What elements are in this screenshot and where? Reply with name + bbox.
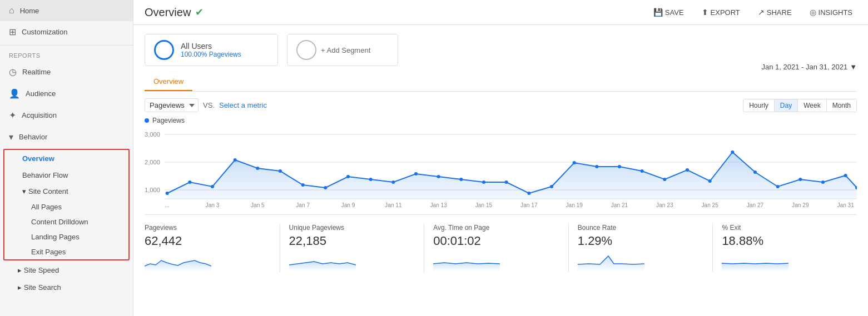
sidebar-item-site-speed[interactable]: ▸ Site Speed xyxy=(0,262,133,279)
metric-dropdown[interactable]: Pageviews xyxy=(145,98,199,112)
sidebar-item-audience[interactable]: 👤 Audience xyxy=(0,83,133,104)
person-icon: 👤 xyxy=(9,88,20,99)
date-range[interactable]: Jan 1, 2021 - Jan 31, 2021 ▼ xyxy=(761,63,857,71)
svg-text:2,000: 2,000 xyxy=(145,159,160,165)
sparkline-bounce xyxy=(578,250,644,270)
sidebar-item-site-content[interactable]: ▾ Site Content xyxy=(4,183,128,199)
reports-section-label: REPORTS xyxy=(0,48,133,61)
sidebar-item-behavior[interactable]: ▾ Behavior xyxy=(0,126,133,148)
tab-overview[interactable]: Overview xyxy=(145,73,192,91)
segment-row: All Users 100.00% Pageviews + Add Segmen… xyxy=(145,34,857,66)
sidebar-behavior-label: Behavior xyxy=(19,133,47,141)
svg-text:Jan 23: Jan 23 xyxy=(656,202,673,207)
metric-avg-time-value: 00:01:02 xyxy=(433,234,559,248)
behavior-icon: ▾ xyxy=(9,132,13,142)
add-segment-label: + Add Segment xyxy=(321,46,370,54)
svg-point-21 xyxy=(459,178,463,181)
sidebar-item-behavior-overview[interactable]: Overview xyxy=(4,150,128,167)
svg-text:Jan 29: Jan 29 xyxy=(792,202,809,207)
svg-point-20 xyxy=(437,175,440,178)
share-icon: ↗ xyxy=(758,8,765,17)
header-left: Overview ✔ xyxy=(145,6,204,19)
svg-point-14 xyxy=(301,183,305,187)
export-button[interactable]: ⬆ EXPORT xyxy=(697,6,745,19)
svg-point-12 xyxy=(256,167,259,170)
sidebar-item-landing-pages[interactable]: Landing Pages xyxy=(4,229,128,244)
time-btn-month[interactable]: Month xyxy=(827,99,856,112)
sidebar-item-behavior-flow[interactable]: Behavior Flow xyxy=(4,167,128,183)
svg-point-23 xyxy=(505,180,508,184)
svg-text:Jan 21: Jan 21 xyxy=(611,202,628,207)
header-actions: 💾 SAVE ⬆ EXPORT ↗ SHARE ◎ INSIGHTS xyxy=(649,6,857,19)
insights-icon: ◎ xyxy=(810,8,816,17)
time-btn-day[interactable]: Day xyxy=(775,99,798,112)
sidebar-acquisition-label: Acquisition xyxy=(22,111,57,119)
svg-marker-59 xyxy=(578,256,644,270)
sidebar-item-all-pages[interactable]: All Pages xyxy=(4,199,128,214)
metric-exit-label: % Exit xyxy=(722,224,848,232)
chart-area: Pageviews 3,000 2,000 1,000 xyxy=(145,117,857,205)
sidebar-item-home[interactable]: ⌂ Home xyxy=(0,0,133,21)
svg-marker-58 xyxy=(433,263,500,270)
all-users-segment[interactable]: All Users 100.00% Pageviews xyxy=(145,34,278,66)
svg-point-29 xyxy=(641,169,644,173)
sidebar-item-customization[interactable]: ⊞ Customization xyxy=(0,21,133,43)
metric-unique-value: 22,185 xyxy=(289,234,415,248)
svg-text:Jan 7: Jan 7 xyxy=(296,202,310,207)
sidebar-item-site-search[interactable]: ▸ Site Search xyxy=(0,279,133,296)
svg-text:Jan 9: Jan 9 xyxy=(341,202,355,207)
add-segment-button[interactable]: + Add Segment xyxy=(287,34,398,66)
svg-point-26 xyxy=(573,161,576,164)
sidebar-item-realtime[interactable]: ◷ Realtime xyxy=(0,61,133,83)
svg-point-37 xyxy=(821,180,825,184)
chart-controls: Pageviews VS. Select a metric Hourly Day… xyxy=(145,98,857,112)
svg-point-8 xyxy=(166,192,169,195)
add-segment-circle xyxy=(296,40,316,60)
svg-point-9 xyxy=(188,180,191,184)
svg-point-34 xyxy=(753,170,757,174)
chart-legend-label: Pageviews xyxy=(152,117,185,124)
date-range-text: Jan 1, 2021 - Jan 31, 2021 xyxy=(761,63,847,71)
svg-text:Jan 13: Jan 13 xyxy=(430,202,447,207)
time-btn-hourly[interactable]: Hourly xyxy=(743,99,775,112)
clock-icon: ◷ xyxy=(9,67,17,77)
save-button[interactable]: 💾 SAVE xyxy=(649,6,688,19)
svg-point-24 xyxy=(527,192,530,195)
sparkline-exit xyxy=(722,250,788,270)
svg-point-35 xyxy=(776,185,780,188)
svg-text:Jan 11: Jan 11 xyxy=(385,202,402,207)
page-header: Overview ✔ 💾 SAVE ⬆ EXPORT ↗ SHARE ◎ INS… xyxy=(133,0,868,25)
svg-marker-60 xyxy=(722,263,788,270)
metrics-row: Pageviews 62,442 Unique Pageviews 22,185 xyxy=(145,214,857,272)
main-content: Overview ✔ 💾 SAVE ⬆ EXPORT ↗ SHARE ◎ INS… xyxy=(133,0,868,316)
select-metric-link[interactable]: Select a metric xyxy=(219,101,267,109)
sparkline-unique xyxy=(289,250,356,270)
svg-point-22 xyxy=(482,180,485,184)
sidebar-item-exit-pages[interactable]: Exit Pages xyxy=(4,244,128,259)
sidebar-item-content-drilldown[interactable]: Content Drilldown xyxy=(4,214,128,229)
metric-bounce-label: Bounce Rate xyxy=(578,224,704,232)
segment-sub: 100.00% Pageviews xyxy=(181,51,241,58)
chevron-down-date-icon: ▼ xyxy=(850,63,857,71)
chevron-down-icon: ▾ xyxy=(22,187,26,195)
svg-point-33 xyxy=(731,151,734,154)
svg-text:Jan 27: Jan 27 xyxy=(747,202,764,207)
metric-exit-value: 18.88% xyxy=(722,234,848,248)
metric-unique-label: Unique Pageviews xyxy=(289,224,415,232)
chevron-right-icon: ▸ xyxy=(18,266,24,274)
svg-point-19 xyxy=(414,172,418,175)
metric-unique-pageviews: Unique Pageviews 22,185 xyxy=(289,224,425,272)
sidebar-customization-label: Customization xyxy=(22,28,67,36)
svg-point-30 xyxy=(663,178,666,181)
metric-bounce-rate: Bounce Rate 1.29% xyxy=(578,224,713,272)
share-button[interactable]: ↗ SHARE xyxy=(753,6,796,19)
svg-text:Jan 3: Jan 3 xyxy=(206,202,220,207)
svg-text:Jan 31: Jan 31 xyxy=(837,202,854,207)
svg-point-17 xyxy=(369,178,373,181)
customization-icon: ⊞ xyxy=(9,27,16,37)
time-btn-week[interactable]: Week xyxy=(798,99,826,112)
insights-button[interactable]: ◎ INSIGHTS xyxy=(805,6,857,19)
sidebar-item-acquisition[interactable]: ✦ Acquisition xyxy=(0,104,133,126)
svg-point-18 xyxy=(391,180,395,184)
metric-avg-time: Avg. Time on Page 00:01:02 xyxy=(433,224,569,272)
